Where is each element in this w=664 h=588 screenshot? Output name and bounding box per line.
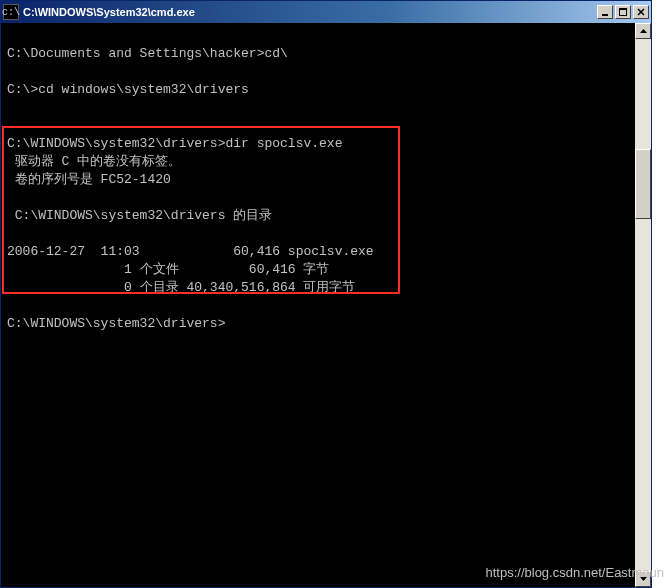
scroll-up-button[interactable] [635,23,651,39]
terminal-line: 2006-12-27 11:03 60,416 spoclsv.exe [7,243,628,261]
vertical-scrollbar[interactable] [635,23,651,587]
terminal-line: 卷的序列号是 FC52-1420 [7,171,628,189]
close-button[interactable] [633,5,649,19]
svg-rect-0 [602,14,608,16]
titlebar[interactable]: c:\ C:\WINDOWS\System32\cmd.exe [1,1,651,23]
terminal-line: C:\>cd windows\system32\drivers [7,81,628,99]
scroll-thumb[interactable] [635,149,651,219]
terminal-line [7,297,628,315]
terminal-line: C:\WINDOWS\system32\drivers>dir spoclsv.… [7,135,628,153]
scroll-track[interactable] [635,39,651,571]
terminal-line [7,117,628,135]
terminal-line [7,99,628,117]
cmd-icon: c:\ [3,4,19,20]
watermark-text: https://blog.csdn.net/Eastmoun [486,565,665,580]
minimize-button[interactable] [597,5,613,19]
svg-rect-2 [619,8,627,10]
terminal-output[interactable]: C:\Documents and Settings\hacker>cd\ C:\… [1,23,634,587]
terminal-line [7,189,628,207]
terminal-line: 1 个文件 60,416 字节 [7,261,628,279]
terminal-line: C:\WINDOWS\system32\drivers> [7,315,628,333]
cmd-window: c:\ C:\WINDOWS\System32\cmd.exe C:\Docum… [0,0,652,588]
terminal-line [7,63,628,81]
terminal-line: C:\Documents and Settings\hacker>cd\ [7,45,628,63]
terminal-line [7,225,628,243]
window-title: C:\WINDOWS\System32\cmd.exe [23,6,597,18]
terminal-line: C:\WINDOWS\system32\drivers 的目录 [7,207,628,225]
window-controls [597,5,649,19]
terminal-line: 0 个目录 40,340,516,864 可用字节 [7,279,628,297]
maximize-button[interactable] [615,5,631,19]
terminal-line: 驱动器 C 中的卷没有标签。 [7,153,628,171]
terminal-line [7,27,628,45]
